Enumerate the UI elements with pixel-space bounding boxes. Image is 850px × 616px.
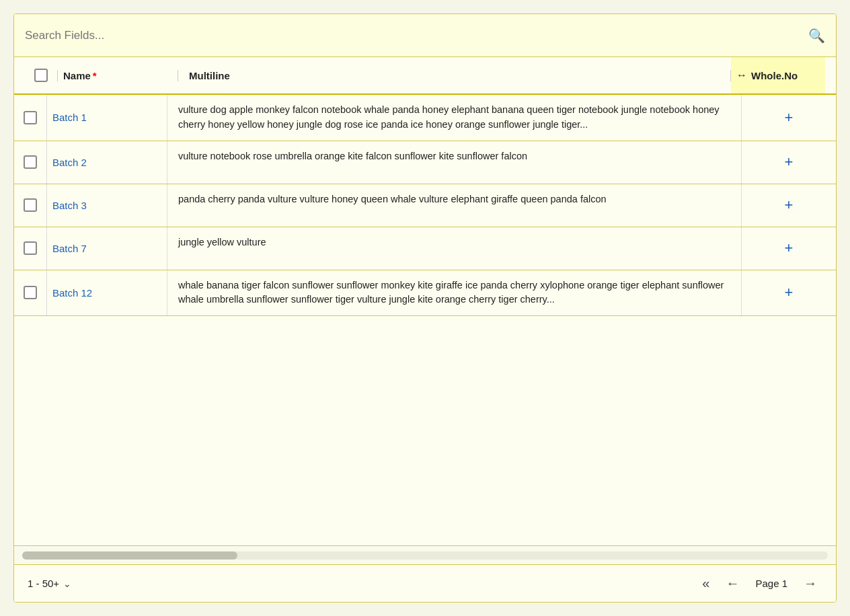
- table-row: Batch 1 vulture dog apple monkey falcon …: [14, 95, 836, 141]
- row-add-button[interactable]: +: [742, 95, 836, 141]
- row-name[interactable]: Batch 12: [46, 270, 167, 316]
- column-header-name: Name *: [57, 70, 178, 81]
- row-checkbox[interactable]: [24, 198, 37, 212]
- page-label: Page 1: [750, 578, 793, 589]
- row-add-button[interactable]: +: [742, 227, 836, 270]
- page-count: 1 - 50+ ⌄: [28, 578, 71, 589]
- row-checkbox-cell: [14, 184, 46, 227]
- row-multiline: jungle yellow vulture: [167, 227, 742, 270]
- row-multiline: panda cherry panda vulture vulture honey…: [167, 184, 742, 227]
- count-dropdown-icon[interactable]: ⌄: [63, 578, 71, 589]
- row-multiline: whale banana tiger falcon sunflower sunf…: [167, 270, 742, 316]
- row-checkbox-cell: [14, 141, 46, 184]
- row-multiline: vulture dog apple monkey falcon notebook…: [167, 95, 742, 141]
- column-name-required: *: [93, 70, 97, 81]
- header-checkbox-cell: [25, 69, 57, 82]
- table-header: Name * Multiline ↔ Whole.No: [14, 57, 836, 95]
- row-multiline: vulture notebook rose umbrella orange ki…: [167, 141, 742, 184]
- table-body: Batch 1 vulture dog apple monkey falcon …: [14, 95, 836, 545]
- column-multiline-label: Multiline: [189, 70, 230, 81]
- resize-icon: ↔: [736, 69, 747, 81]
- row-name[interactable]: Batch 3: [46, 184, 167, 227]
- row-name[interactable]: Batch 7: [46, 227, 167, 270]
- column-name-label: Name: [63, 70, 91, 81]
- row-add-button[interactable]: +: [742, 141, 836, 184]
- row-checkbox[interactable]: [24, 111, 37, 124]
- row-name[interactable]: Batch 2: [46, 141, 167, 184]
- column-whole-label: Whole.No: [751, 70, 798, 81]
- search-icon: 🔍: [808, 28, 825, 44]
- select-all-checkbox[interactable]: [34, 69, 48, 82]
- row-checkbox-cell: [14, 270, 46, 316]
- row-name[interactable]: Batch 1: [46, 95, 167, 141]
- search-input[interactable]: [25, 29, 808, 42]
- table-row: Batch 12 whale banana tiger falcon sunfl…: [14, 270, 836, 317]
- prev-page-button[interactable]: ←: [720, 573, 744, 594]
- scroll-track: [22, 551, 828, 560]
- table-row: Batch 3 panda cherry panda vulture vultu…: [14, 184, 836, 227]
- row-checkbox-cell: [14, 95, 46, 141]
- main-container: 🔍 Name * Multiline ↔ Whole.No Batch 1 vu…: [13, 13, 837, 603]
- scroll-thumb[interactable]: [22, 551, 237, 560]
- footer: 1 - 50+ ⌄ « ← Page 1 →: [14, 564, 836, 602]
- table-row: Batch 7 jungle yellow vulture +: [14, 227, 836, 270]
- row-add-button[interactable]: +: [742, 184, 836, 227]
- next-page-button[interactable]: →: [798, 573, 822, 594]
- row-checkbox[interactable]: [24, 286, 37, 299]
- first-page-button[interactable]: «: [697, 573, 715, 594]
- row-add-button[interactable]: +: [742, 270, 836, 316]
- horizontal-scrollbar[interactable]: [14, 545, 836, 564]
- row-checkbox-cell: [14, 227, 46, 270]
- search-bar: 🔍: [14, 14, 836, 57]
- pagination: « ← Page 1 →: [697, 573, 822, 594]
- column-header-whole[interactable]: ↔ Whole.No: [731, 57, 825, 93]
- count-label: 1 - 50+: [28, 578, 59, 589]
- row-checkbox[interactable]: [24, 241, 37, 255]
- column-header-multiline: Multiline: [178, 70, 731, 81]
- table-row: Batch 2 vulture notebook rose umbrella o…: [14, 141, 836, 184]
- row-checkbox[interactable]: [24, 155, 37, 169]
